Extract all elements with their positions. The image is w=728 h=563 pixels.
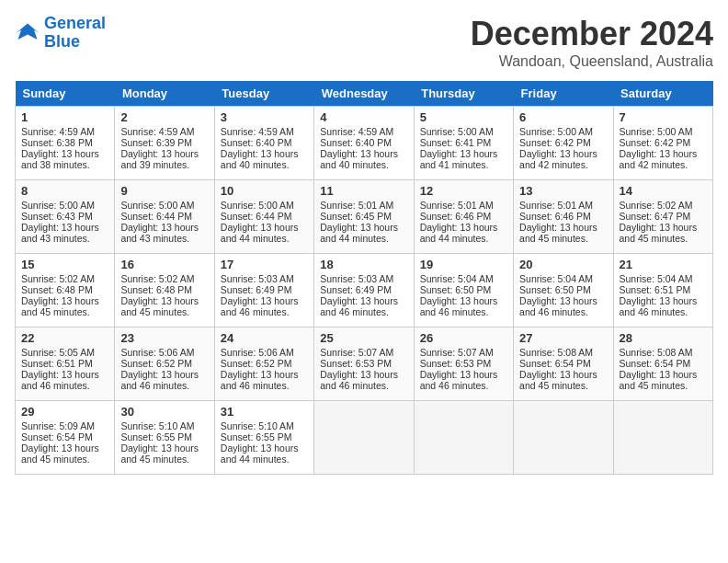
sunset-text: Sunset: 6:48 PM [21, 284, 93, 295]
calendar-cell: 1Sunrise: 4:59 AMSunset: 6:38 PMDaylight… [16, 107, 115, 180]
day-number: 10 [221, 184, 308, 198]
daylight-minutes: and 44 minutes. [221, 454, 290, 465]
calendar-cell: 12Sunrise: 5:01 AMSunset: 6:46 PMDayligh… [414, 180, 513, 254]
daylight-minutes: and 40 minutes. [221, 159, 290, 170]
daylight-minutes: and 45 minutes. [21, 306, 90, 317]
day-number: 19 [420, 258, 507, 271]
day-number: 16 [120, 258, 208, 271]
title-area: December 2024 Wandoan, Queensland, Austr… [471, 15, 713, 70]
sunset-text: Sunset: 6:38 PM [21, 137, 93, 148]
sunrise-text: Sunrise: 5:00 AM [120, 200, 194, 211]
calendar-cell: 27Sunrise: 5:08 AMSunset: 6:54 PMDayligh… [514, 327, 613, 401]
calendar-cell: 26Sunrise: 5:07 AMSunset: 6:53 PMDayligh… [414, 327, 513, 401]
calendar-cell: 15Sunrise: 5:02 AMSunset: 6:48 PMDayligh… [16, 254, 115, 327]
sunrise-text: Sunrise: 5:01 AM [320, 200, 393, 211]
daylight-minutes: and 42 minutes. [519, 159, 588, 170]
daylight-minutes: and 45 minutes. [519, 380, 588, 391]
calendar-cell: 20Sunrise: 5:04 AMSunset: 6:50 PMDayligh… [514, 254, 613, 327]
sunset-text: Sunset: 6:51 PM [21, 358, 93, 369]
daylight-label: Daylight: 13 hours [221, 442, 299, 454]
calendar-cell: 11Sunrise: 5:01 AMSunset: 6:45 PMDayligh… [314, 180, 414, 254]
sunset-text: Sunset: 6:54 PM [519, 358, 591, 369]
daylight-label: Daylight: 13 hours [320, 295, 398, 306]
daylight-minutes: and 45 minutes. [120, 454, 189, 465]
daylight-label: Daylight: 13 hours [519, 148, 597, 159]
month-title: December 2024 [471, 15, 713, 53]
sunrise-text: Sunrise: 5:09 AM [21, 420, 95, 431]
sunset-text: Sunset: 6:48 PM [120, 284, 192, 295]
daylight-label: Daylight: 13 hours [120, 222, 199, 233]
sunset-text: Sunset: 6:40 PM [320, 137, 392, 148]
sunrise-text: Sunrise: 4:59 AM [320, 126, 393, 137]
calendar-cell: 28Sunrise: 5:08 AMSunset: 6:54 PMDayligh… [613, 327, 712, 401]
sunset-text: Sunset: 6:53 PM [320, 358, 392, 369]
sunrise-text: Sunrise: 4:59 AM [120, 126, 194, 137]
sunrise-text: Sunrise: 5:06 AM [221, 347, 294, 358]
sunset-text: Sunset: 6:49 PM [320, 284, 392, 295]
sunrise-text: Sunrise: 5:04 AM [519, 273, 593, 284]
day-number: 23 [120, 331, 208, 345]
sunrise-text: Sunrise: 5:02 AM [620, 200, 693, 211]
daylight-label: Daylight: 13 hours [320, 222, 398, 233]
daylight-minutes: and 46 minutes. [519, 306, 588, 317]
calendar-cell: 7Sunrise: 5:00 AMSunset: 6:42 PMDaylight… [613, 107, 712, 180]
sunrise-text: Sunrise: 5:03 AM [320, 273, 393, 284]
day-number: 14 [620, 184, 707, 198]
week-row-1: 1Sunrise: 4:59 AMSunset: 6:38 PMDaylight… [16, 107, 713, 180]
daylight-minutes: and 39 minutes. [120, 159, 189, 170]
daylight-label: Daylight: 13 hours [420, 369, 498, 380]
day-number: 13 [519, 184, 607, 198]
calendar-header: SundayMondayTuesdayWednesdayThursdayFrid… [16, 81, 713, 107]
calendar-cell: 8Sunrise: 5:00 AMSunset: 6:43 PMDaylight… [16, 180, 115, 254]
sunset-text: Sunset: 6:46 PM [519, 211, 591, 222]
daylight-label: Daylight: 13 hours [519, 369, 597, 380]
sunrise-text: Sunrise: 4:59 AM [221, 126, 294, 137]
sunset-text: Sunset: 6:42 PM [620, 137, 691, 148]
sunset-text: Sunset: 6:52 PM [120, 358, 192, 369]
week-row-5: 29Sunrise: 5:09 AMSunset: 6:54 PMDayligh… [16, 401, 713, 475]
sunset-text: Sunset: 6:55 PM [120, 431, 192, 442]
daylight-label: Daylight: 13 hours [620, 295, 698, 306]
calendar-cell: 19Sunrise: 5:04 AMSunset: 6:50 PMDayligh… [414, 254, 513, 327]
sunset-text: Sunset: 6:44 PM [221, 211, 292, 222]
daylight-label: Daylight: 13 hours [620, 222, 698, 233]
sunset-text: Sunset: 6:55 PM [221, 431, 292, 442]
calendar-cell: 23Sunrise: 5:06 AMSunset: 6:52 PMDayligh… [115, 327, 214, 401]
daylight-minutes: and 46 minutes. [221, 306, 290, 317]
daylight-minutes: and 41 minutes. [420, 159, 489, 170]
daylight-label: Daylight: 13 hours [320, 369, 398, 380]
calendar-cell: 31Sunrise: 5:10 AMSunset: 6:55 PMDayligh… [214, 401, 313, 475]
sunrise-text: Sunrise: 5:02 AM [21, 273, 95, 284]
daylight-label: Daylight: 13 hours [620, 369, 698, 380]
sunset-text: Sunset: 6:53 PM [420, 358, 492, 369]
daylight-minutes: and 45 minutes. [120, 306, 189, 317]
daylight-label: Daylight: 13 hours [21, 442, 99, 454]
day-number: 30 [120, 405, 208, 419]
daylight-minutes: and 44 minutes. [221, 233, 290, 244]
calendar-cell: 21Sunrise: 5:04 AMSunset: 6:51 PMDayligh… [613, 254, 712, 327]
calendar-cell: 13Sunrise: 5:01 AMSunset: 6:46 PMDayligh… [514, 180, 613, 254]
daylight-label: Daylight: 13 hours [21, 369, 99, 380]
day-number: 31 [221, 405, 308, 419]
calendar-cell: 2Sunrise: 4:59 AMSunset: 6:39 PMDaylight… [115, 107, 214, 180]
daylight-minutes: and 44 minutes. [420, 233, 489, 244]
daylight-minutes: and 46 minutes. [620, 306, 688, 317]
day-number: 20 [519, 258, 607, 271]
calendar-cell: 18Sunrise: 5:03 AMSunset: 6:49 PMDayligh… [314, 254, 414, 327]
page-header: General Blue December 2024 Wandoan, Quee… [15, 15, 713, 70]
calendar-body: 1Sunrise: 4:59 AMSunset: 6:38 PMDaylight… [16, 107, 713, 475]
calendar-cell: 9Sunrise: 5:00 AMSunset: 6:44 PMDaylight… [115, 180, 214, 254]
daylight-minutes: and 38 minutes. [21, 159, 90, 170]
daylight-label: Daylight: 13 hours [420, 148, 498, 159]
day-number: 15 [21, 258, 108, 271]
daylight-minutes: and 46 minutes. [320, 380, 389, 391]
daylight-label: Daylight: 13 hours [221, 295, 299, 306]
sunrise-text: Sunrise: 5:06 AM [120, 347, 194, 358]
day-number: 21 [620, 258, 707, 271]
day-number: 4 [320, 110, 407, 124]
daylight-minutes: and 43 minutes. [21, 233, 90, 244]
daylight-label: Daylight: 13 hours [120, 148, 199, 159]
calendar-cell: 10Sunrise: 5:00 AMSunset: 6:44 PMDayligh… [214, 180, 313, 254]
sunrise-text: Sunrise: 5:03 AM [221, 273, 294, 284]
calendar-cell: 24Sunrise: 5:06 AMSunset: 6:52 PMDayligh… [214, 327, 313, 401]
